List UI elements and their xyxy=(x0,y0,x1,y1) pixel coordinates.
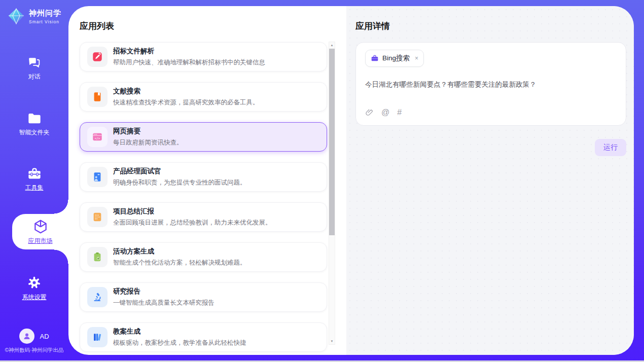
brand-subtitle: Smart Vision xyxy=(29,19,61,24)
sidebar-item-label: 对话 xyxy=(0,73,68,81)
mention-icon[interactable]: @ xyxy=(381,108,389,117)
sidebar-item-label: 系统设置 xyxy=(0,293,68,302)
clipboard-check-icon xyxy=(87,247,108,267)
avatar xyxy=(19,329,34,344)
app-cards: 招标文件解析 帮助用户快速、准确地理解和解析招标书中的关键信息 文献搜索 快速精… xyxy=(80,42,327,352)
app-card-bid-document-parse[interactable]: 招标文件解析 帮助用户快速、准确地理解和解析招标书中的关键信息 xyxy=(80,42,327,71)
chat-icon xyxy=(27,57,41,69)
app-card-pm-interviewer[interactable]: 产品经理面试官 明确身份和职责，为您提供专业性的面试问题。 xyxy=(80,162,327,192)
webpage-code-icon: </> xyxy=(87,127,108,147)
app-list-panel: 应用列表 招标文件解析 帮助用户快速、准确地理解和解析招标书中的关键信息 xyxy=(68,6,346,355)
app-description: 一键智能生成高质量长文本研究报告 xyxy=(113,299,214,307)
svg-text:</>: </> xyxy=(95,136,100,140)
paperclip-icon[interactable] xyxy=(365,108,374,117)
sidebar-item-label: 智能文件夹 xyxy=(0,128,68,137)
copyright-text: ©神州数码·神州问学出品 xyxy=(0,347,68,354)
sidebar-item-chat[interactable]: 对话 xyxy=(0,57,68,81)
app-title: 活动方案生成 xyxy=(113,247,246,256)
main-content: 应用列表 招标文件解析 帮助用户快速、准确地理解和解析招标书中的关键信息 xyxy=(68,6,634,355)
app-description: 明确身份和职责，为您提供专业性的面试问题。 xyxy=(113,178,246,187)
person-icon xyxy=(22,332,31,341)
interview-document-icon xyxy=(87,167,108,187)
edit-document-icon xyxy=(87,47,108,67)
app-title: 教案生成 xyxy=(113,327,246,336)
microscope-icon xyxy=(87,287,108,307)
app-card-lesson-plan[interactable]: 教案生成 模板驱动，教案秒生成，教学准备从此轻松快捷 xyxy=(80,322,327,352)
app-description: 快速精准查找学术资源，提高研究效率的必备工具。 xyxy=(113,98,259,107)
run-row: 运行 xyxy=(355,139,626,156)
app-title: 招标文件解析 xyxy=(113,47,265,56)
folder-icon xyxy=(27,113,42,125)
run-button[interactable]: 运行 xyxy=(595,139,626,156)
app-list-scrollbar[interactable]: ▲ ▼ xyxy=(329,42,335,345)
query-text[interactable]: 今日湖北有哪些新闻要点？有哪些需要关注的最新政策？ xyxy=(365,80,617,89)
cube-icon xyxy=(32,219,49,235)
app-title: 研究报告 xyxy=(113,287,214,296)
scroll-up-icon[interactable]: ▲ xyxy=(329,42,335,48)
tool-tag-label: Bing搜索 xyxy=(382,54,410,63)
app-title: 产品经理面试官 xyxy=(113,167,246,176)
app-title: 文献搜索 xyxy=(113,87,259,96)
sidebar-item-app-market[interactable]: 应用市场 xyxy=(12,214,68,249)
app-description: 智能生成个性化活动方案，轻松解决规划难题。 xyxy=(113,259,246,267)
app-description: 帮助用户快速、准确地理解和解析招标书中的关键信息 xyxy=(113,58,265,67)
app-list-title: 应用列表 xyxy=(80,20,346,32)
scroll-down-icon[interactable]: ▼ xyxy=(329,338,335,344)
input-toolbar: @ # xyxy=(365,108,402,117)
app-card-research-report[interactable]: 研究报告 一键智能生成高质量长文本研究报告 xyxy=(80,282,327,312)
sidebar-item-label: 工具集 xyxy=(0,184,68,192)
sidebar-item-settings[interactable]: 系统设置 xyxy=(0,276,68,302)
query-editor-card[interactable]: Bing搜索 × 今日湖北有哪些新闻要点？有哪些需要关注的最新政策？ @ # xyxy=(355,42,626,126)
hashtag-icon[interactable]: # xyxy=(397,108,402,117)
book-icon xyxy=(87,87,108,107)
app-card-event-plan[interactable]: 活动方案生成 智能生成个性化活动方案，轻松解决规划难题。 xyxy=(80,242,327,272)
app-card-webpage-summary[interactable]: </> 网页摘要 每日政府新闻资讯快查。 xyxy=(80,122,327,152)
app-card-literature-search[interactable]: 文献搜索 快速精准查找学术资源，提高研究效率的必备工具。 xyxy=(80,82,327,112)
brand-logo: 神州问学 Smart Vision xyxy=(0,7,68,25)
briefcase-icon xyxy=(371,54,379,62)
scrollbar-thumb[interactable] xyxy=(329,49,335,235)
close-icon[interactable]: × xyxy=(415,55,418,62)
sidebar-item-label: 应用市场 xyxy=(28,237,53,245)
app-description: 模板驱动，教案秒生成，教学准备从此轻松快捷 xyxy=(113,339,246,347)
diamond-logo-icon xyxy=(7,7,25,25)
books-icon xyxy=(87,327,108,347)
brand-name: 神州问学 xyxy=(29,9,61,18)
app-detail-title: 应用详情 xyxy=(355,20,626,32)
tab-curve-top xyxy=(54,200,68,214)
app-title: 网页摘要 xyxy=(113,127,183,136)
app-card-project-summary[interactable]: 项目总结汇报 全面回顾项目进展，总结经验教训，助力未来优化发展。 xyxy=(80,202,327,232)
tool-tag-bing-search[interactable]: Bing搜索 × xyxy=(365,50,424,67)
sidebar-item-toolset[interactable]: 工具集 xyxy=(0,167,68,192)
tab-curve-bottom xyxy=(54,249,68,264)
user-account[interactable]: AD xyxy=(0,329,68,344)
sidebar: 神州问学 Smart Vision 对话 智能文件夹 工具集 xyxy=(0,0,68,362)
app-detail-panel: 应用详情 Bing搜索 × 今日湖北有哪些新闻要点？有哪些需要关注的最新政策？ … xyxy=(346,6,634,355)
app-description: 每日政府新闻资讯快查。 xyxy=(113,138,183,147)
app-description: 全面回顾项目进展，总结经验教训，助力未来优化发展。 xyxy=(113,219,272,227)
sidebar-item-smart-folder[interactable]: 智能文件夹 xyxy=(0,113,68,137)
note-icon xyxy=(87,207,108,227)
user-name: AD xyxy=(40,333,49,340)
toolbox-icon xyxy=(27,167,42,180)
gear-icon xyxy=(27,276,41,289)
app-title: 项目总结汇报 xyxy=(113,207,272,216)
